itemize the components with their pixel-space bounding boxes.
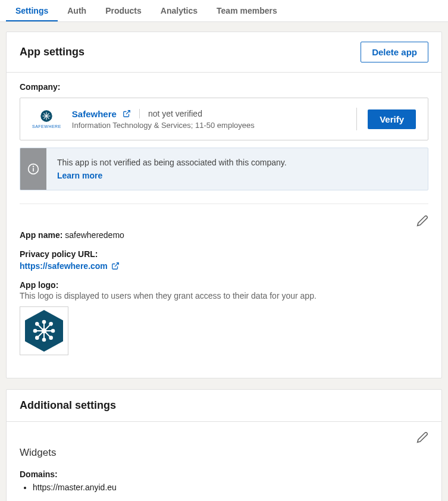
privacy-url-label: Privacy policy URL:: [20, 249, 428, 259]
company-name-link[interactable]: Safewhere: [72, 109, 117, 119]
svg-point-20: [36, 322, 39, 325]
svg-point-18: [52, 330, 55, 333]
app-logo: [20, 306, 68, 355]
app-name-value: safewheredemo: [65, 230, 124, 240]
domain-item: https://master.anyid.eu: [33, 483, 428, 492]
tab-team-members[interactable]: Team members: [207, 0, 287, 21]
app-logo-label: App logo:: [20, 280, 428, 290]
additional-settings-title: Additional settings: [20, 399, 116, 412]
verify-button[interactable]: Verify: [368, 109, 416, 129]
app-name-label: App name:: [20, 230, 62, 240]
divider: [356, 108, 357, 130]
svg-point-8: [33, 166, 34, 167]
company-box: SAFEWHERE Safewhere not yet verified Inf…: [20, 98, 428, 140]
svg-point-12: [43, 321, 46, 324]
verification-status: not yet verified: [148, 109, 202, 118]
company-subtitle: Information Technology & Services; 11-50…: [72, 121, 255, 130]
company-label: Company:: [20, 82, 428, 92]
svg-line-9: [115, 263, 118, 267]
tab-analytics[interactable]: Analytics: [151, 0, 207, 21]
tab-auth[interactable]: Auth: [58, 0, 96, 21]
tab-settings[interactable]: Settings: [6, 0, 58, 21]
app-settings-title: App settings: [20, 46, 84, 58]
svg-point-24: [36, 336, 39, 339]
pencil-icon[interactable]: [416, 215, 428, 227]
domains-label: Domains:: [20, 469, 428, 479]
delete-app-button[interactable]: Delete app: [361, 42, 428, 62]
svg-point-14: [43, 339, 46, 342]
banner-text: This app is not verified as being associ…: [57, 158, 287, 167]
info-banner: This app is not verified as being associ…: [20, 148, 428, 190]
divider: [20, 203, 428, 204]
company-logo-small: SAFEWHERE: [32, 109, 61, 129]
divider: [139, 109, 140, 118]
tab-products[interactable]: Products: [96, 0, 151, 21]
snowflake-icon: [40, 109, 53, 123]
svg-point-26: [49, 336, 52, 339]
external-link-icon[interactable]: [123, 109, 131, 118]
svg-line-5: [126, 111, 130, 114]
tab-bar: Settings Auth Products Analytics Team me…: [0, 0, 448, 22]
app-logo-description: This logo is displayed to users when the…: [20, 291, 428, 300]
additional-settings-card: Additional settings Widgets Domains: htt…: [6, 389, 442, 501]
pencil-icon[interactable]: [416, 431, 428, 443]
svg-point-16: [34, 330, 37, 333]
domains-list: https://master.anyid.eu: [20, 483, 428, 492]
info-icon: [20, 148, 46, 190]
svg-point-22: [49, 322, 52, 325]
learn-more-link[interactable]: Learn more: [57, 171, 287, 180]
hexagon-icon: [25, 310, 63, 352]
widgets-heading: Widgets: [20, 447, 428, 459]
privacy-url-link[interactable]: https://safewhere.com: [20, 261, 120, 271]
external-link-icon: [111, 262, 120, 270]
app-settings-card: App settings Delete app Company:: [6, 32, 442, 378]
